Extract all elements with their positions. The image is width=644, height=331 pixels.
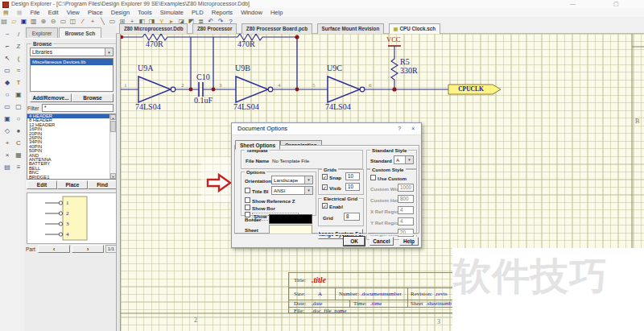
scroll-thumb[interactable] (110, 121, 116, 132)
grid-input[interactable]: 8 (344, 213, 360, 221)
chevron-down-icon[interactable]: ▾ (304, 176, 312, 184)
enable-checkbox[interactable]: ✓ (322, 203, 328, 209)
dialog-close-icon[interactable]: × (411, 123, 415, 134)
roundrect-tool-icon[interactable]: ▢ (13, 101, 24, 113)
chevron-down-icon[interactable]: ▾ (405, 156, 413, 163)
menu-view[interactable]: View (67, 8, 80, 17)
wire-tool-icon[interactable]: ~ (2, 28, 13, 40)
chevron-down-icon[interactable]: ▾ (105, 48, 113, 56)
help-button[interactable]: Help (399, 237, 419, 246)
gate-u9b-type[interactable]: 74LS04 (233, 103, 259, 111)
add-remove-button[interactable]: Add/Remove... (30, 93, 72, 102)
redline-icon[interactable]: ∕ (79, 17, 87, 26)
tab-explorer[interactable]: Explorer (26, 27, 58, 38)
delete-tool-icon[interactable]: × (2, 149, 13, 161)
align-tool-icon[interactable]: ≡ (13, 161, 24, 173)
list-item[interactable]: BRIDGE1 (27, 176, 116, 180)
scroll-down-icon[interactable]: ▼ (110, 173, 116, 179)
browse-type-dropdown[interactable]: Libraries ▾ (30, 48, 114, 56)
dialog-title-bar[interactable]: Document Options ? × (232, 123, 421, 135)
tab-z80-microprocessor[interactable]: Z80 Microprocessor.Ddb (119, 23, 188, 34)
netlabel-tool-icon[interactable]: Z (13, 40, 24, 52)
scrollbar[interactable]: ▲ ▼ (109, 114, 116, 179)
zoom-area-icon[interactable]: ▭ (59, 17, 67, 26)
component-list[interactable]: 4 HEADER 8 HEADER 12 HEADER 16PIN 20PIN … (27, 114, 117, 180)
text-tool-icon[interactable]: T (13, 77, 24, 89)
gate-u9a-type[interactable]: 74LS04 (135, 103, 161, 111)
menu-reports[interactable]: Reports (212, 8, 233, 17)
cap-value[interactable]: 0.1uF (194, 97, 213, 105)
resistor5-value[interactable]: 330R (400, 67, 418, 75)
standard-dropdown[interactable]: A▾ (394, 155, 414, 164)
filter-input[interactable]: * (42, 104, 114, 112)
probe2-tool-icon[interactable]: C (13, 137, 24, 149)
cross-probe-icon[interactable]: ◫ (69, 17, 77, 26)
dot-tool-icon[interactable]: ● (13, 125, 24, 137)
picture-tool-icon[interactable]: ▭ (2, 64, 13, 77)
cancel-button[interactable]: Cancel (369, 237, 394, 246)
list-item[interactable]: Miscellaneous Devices.lib (31, 59, 113, 65)
sheet-tool-icon[interactable]: ▣ (2, 113, 13, 125)
menu-file[interactable]: File (30, 8, 39, 17)
part-tool-icon[interactable]: ▣ (13, 89, 24, 101)
paste-icon[interactable]: ▤ (0, 17, 8, 26)
zoom-in-icon[interactable]: ⊕ (39, 17, 47, 26)
edit-button[interactable]: Edit (27, 180, 57, 189)
part-prev-button[interactable]: ‹ (38, 245, 70, 253)
save-icon[interactable]: ▣ (19, 17, 27, 26)
document-icon[interactable]: ▤ (3, 8, 9, 17)
custom-height-input[interactable]: 800 (398, 195, 414, 203)
tab-browse-sch[interactable]: Browse Sch (59, 27, 101, 38)
margin-width-input[interactable]: 20 (398, 229, 414, 237)
visible-input[interactable]: 10 (345, 183, 360, 191)
junction-tool-icon[interactable]: ◆ (2, 77, 13, 89)
menu-help[interactable]: Help (270, 8, 283, 17)
minimize-button-icon[interactable]: — (570, 0, 576, 7)
maximize-button-icon[interactable]: ▢ (613, 0, 619, 7)
snap-checkbox[interactable]: ✓ (322, 174, 328, 180)
menu-tools[interactable]: Tools (138, 8, 152, 17)
gate-u9a-designator[interactable]: U9A (138, 64, 153, 72)
border-color-swatch[interactable] (269, 214, 312, 224)
zoom-out-icon[interactable]: ⊖ (49, 17, 57, 26)
snap-input[interactable]: 10 (345, 172, 360, 180)
tab-sheet-options[interactable]: Sheet Options (235, 140, 280, 150)
visible-checkbox[interactable]: ✓ (322, 184, 328, 190)
title-block-dropdown[interactable]: ANSI▾ (271, 186, 313, 195)
y-ref-region-input[interactable]: 4 (398, 217, 414, 225)
x-ref-region-input[interactable]: 4 (398, 206, 414, 214)
custom-width-input[interactable]: 1000 (398, 184, 414, 192)
print-icon[interactable]: ▥ (30, 17, 38, 26)
polygon-tool-icon[interactable]: ◇ (2, 125, 13, 137)
tab-z80-processor-board[interactable]: Z80 Processor Board.pcb (242, 23, 312, 34)
rect-tool-icon[interactable]: ▭ (2, 101, 13, 113)
drawing-tools-icon[interactable]: ╲ (98, 17, 106, 26)
chevron-down-icon[interactable]: ▾ (304, 187, 312, 194)
scroll-up-icon[interactable]: ▲ (110, 114, 116, 120)
orientation-dropdown[interactable]: Landscape▾ (271, 176, 313, 184)
line-tool-icon[interactable]: / (13, 28, 24, 40)
gate-u9c-designator[interactable]: U9C (327, 64, 342, 72)
gate-u9b-designator[interactable]: U9B (235, 64, 250, 72)
tab-cpu-clock[interactable]: ▤CPU Clock.sch (389, 23, 440, 34)
tab-z80-processor[interactable]: Z80 Processor (192, 23, 237, 34)
resistor2-value[interactable]: 470R (237, 40, 255, 48)
open-icon[interactable]: ▱ (10, 17, 18, 26)
wiring-tools-icon[interactable]: + (89, 17, 97, 26)
arc-tool-icon[interactable]: ( (13, 52, 24, 64)
find-button[interactable]: Find (88, 180, 117, 189)
title-block-checkbox[interactable] (245, 188, 250, 193)
place-button[interactable]: Place (57, 180, 88, 189)
menu-place[interactable]: Place (88, 8, 103, 17)
menu-simulate[interactable]: Simulate (160, 8, 184, 17)
curve-tool-icon[interactable]: ≈ (13, 64, 24, 77)
browse-button[interactable]: Browse (72, 93, 114, 102)
dialog-help-icon[interactable]: ? (398, 123, 401, 134)
resistor1-value[interactable]: 470R (146, 40, 163, 48)
gate-u9c-type[interactable]: 74LS04 (325, 103, 351, 111)
menu-edit[interactable]: Edit (48, 8, 59, 17)
tab-surface-mount-revision[interactable]: Surface Mount Revision (317, 23, 385, 34)
port-tool-icon[interactable]: + (2, 137, 13, 149)
ellipse-tool-icon[interactable]: ○ (2, 89, 13, 101)
use-custom-checkbox[interactable] (370, 175, 376, 180)
